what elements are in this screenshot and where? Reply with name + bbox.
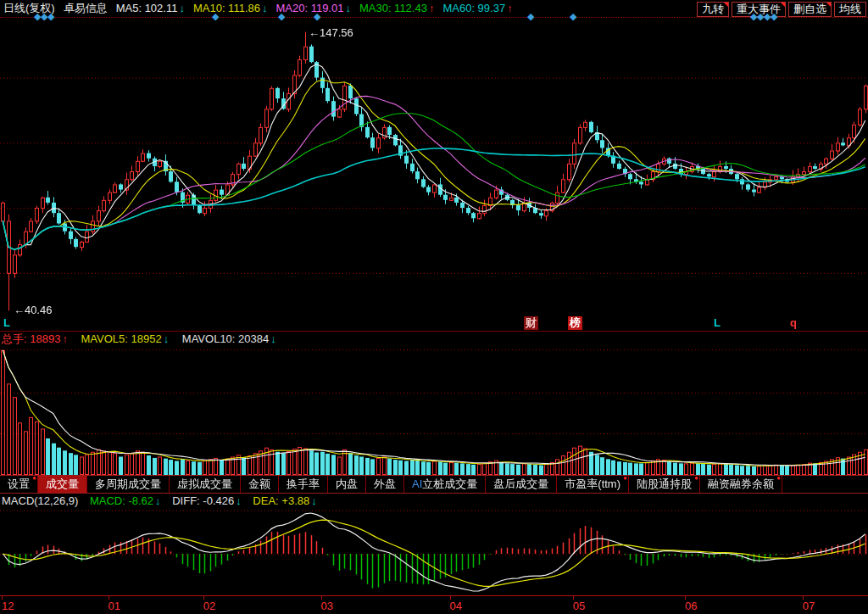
nine-turn-line <box>0 17 868 18</box>
macd-readouts: MACD(12,26,9) MACD: -8.62↓ DIFF: -0.426↓… <box>2 494 326 509</box>
indicator-tabbar: 设置●成交量多周期成交量虚拟成交量金额换手率内盘外盘AI立桩成交量盘后成交量市盈… <box>0 475 868 494</box>
corner-flag-icon <box>826 3 831 7</box>
candlestick-chart[interactable] <box>0 20 868 317</box>
down-arrow-icon: ↓ <box>179 2 185 14</box>
ma60-readout: MA60: 99.37↑ <box>442 2 512 14</box>
tab-6[interactable]: 内盘 <box>328 476 366 493</box>
notification-dot-icon: ● <box>776 475 781 482</box>
corner-flag-icon <box>781 3 785 7</box>
mavol5-readout: MAVOL5: 18952↓ <box>81 332 170 345</box>
ai-prefix: AI <box>412 477 422 490</box>
axis-month-label: 01 <box>108 600 120 612</box>
corner-flag-icon <box>724 3 728 7</box>
up-arrow-icon: ↑ <box>429 2 435 14</box>
dea-value-readout: DEA: +3.88↓ <box>253 494 316 507</box>
axis-month-label: 04 <box>450 600 462 612</box>
axis-month-label: 06 <box>685 600 697 612</box>
remove-watchlist-button[interactable]: 删自选 <box>788 2 832 17</box>
down-arrow-icon: ↓ <box>155 494 161 507</box>
macd-value-readout: MACD: -8.62↓ <box>90 494 161 507</box>
stock-name: 卓易信息 <box>64 2 108 14</box>
tab-9[interactable]: 盘后成交量 <box>486 476 557 493</box>
notification-dot-icon: ● <box>694 475 698 482</box>
tab-8[interactable]: AI立桩成交量 <box>404 476 486 493</box>
axis-month-label: 02 <box>203 600 215 612</box>
total-lots-readout: 总手: 18893↑ <box>2 332 68 345</box>
macd-chart[interactable] <box>0 510 868 594</box>
ma5-readout: MA5: 102.11↓ <box>116 2 185 14</box>
down-arrow-icon: ↓ <box>345 2 351 14</box>
down-arrow-icon: ↓ <box>311 494 317 507</box>
cai-badge[interactable]: 财 <box>524 316 538 330</box>
notification-dot-icon: ● <box>623 475 627 482</box>
up-arrow-icon: ↑ <box>62 332 68 345</box>
down-arrow-icon: ↓ <box>270 332 276 345</box>
diff-value-readout: DIFF: -0.426↓ <box>172 494 242 507</box>
tab-4[interactable]: 金额 <box>241 476 279 493</box>
tab-3[interactable]: 虚拟成交量 <box>170 476 241 493</box>
axis-month-label: 12 <box>2 600 14 612</box>
tab-10[interactable]: 市盈率(ttm)● <box>557 476 629 493</box>
tab-12[interactable]: 融资融券余额● <box>700 476 782 493</box>
time-axis[interactable]: 1201020304050607 <box>0 595 868 614</box>
tab-0[interactable]: 设置● <box>0 476 38 493</box>
header-readouts: 日线(复权)卓易信息MA5: 102.11↓MA10: 111.86↓MA20:… <box>3 0 521 17</box>
l-flag: L <box>712 316 722 330</box>
up-arrow-icon: ↑ <box>507 2 513 14</box>
header-bar: 日线(复权)卓易信息MA5: 102.11↓MA10: 111.86↓MA20:… <box>0 0 868 17</box>
ma10-readout: MA10: 111.86↓ <box>193 2 268 14</box>
header-buttons: 九转重大事件删自选均线 <box>694 1 866 18</box>
axis-month-label: 07 <box>803 600 815 612</box>
tab-7[interactable]: 外盘 <box>366 476 404 493</box>
nine-turn-button[interactable]: 九转 <box>697 2 729 17</box>
tab-11[interactable]: 陆股通持股● <box>629 476 700 493</box>
down-arrow-icon: ↓ <box>164 332 170 345</box>
low-flag: L <box>2 316 12 330</box>
tab-1[interactable]: 成交量 <box>38 476 87 493</box>
axis-month-label: 05 <box>573 600 585 612</box>
q-flag: q <box>788 316 798 330</box>
marker-strip: L财榜Lq <box>0 316 868 331</box>
ma-lines-button[interactable]: 均线 <box>834 2 866 17</box>
tab-2[interactable]: 多周期成交量 <box>87 476 170 493</box>
down-arrow-icon: ↓ <box>236 494 242 507</box>
down-arrow-icon: ↓ <box>262 2 268 14</box>
volume-chart[interactable] <box>0 348 868 475</box>
notification-dot-icon: ● <box>32 475 36 482</box>
axis-month-label: 03 <box>321 600 333 612</box>
tab-5[interactable]: 换手率 <box>279 476 328 493</box>
bang-badge[interactable]: 榜 <box>568 316 582 330</box>
volume-readouts: 总手: 18893↑ MAVOL5: 18952↓ MAVOL10: 20384… <box>2 332 287 347</box>
stock-app-window: 日线(复权)卓易信息MA5: 102.11↓MA10: 111.86↓MA20:… <box>0 0 868 614</box>
ma30-readout: MA30: 112.43↑ <box>359 2 434 14</box>
macd-params-label: MACD(12,26,9) <box>2 494 78 507</box>
mavol10-readout: MAVOL10: 20384↓ <box>182 332 276 345</box>
